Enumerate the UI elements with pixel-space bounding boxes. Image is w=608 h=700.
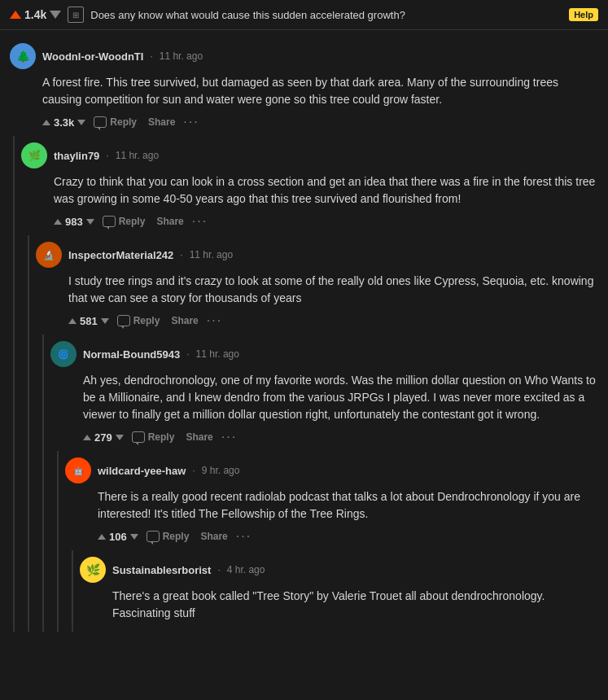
reply-icon [117, 315, 130, 326]
header-bar: 1.4k ⊞ Does any know what would cause th… [0, 0, 608, 30]
time-ago: 11 hr. ago [190, 249, 233, 260]
action-vote: 983 [54, 216, 94, 228]
downvote-small[interactable] [130, 534, 138, 540]
comment-body: Crazy to think that you can look in a cr… [54, 173, 598, 208]
comment-4: 🌀 Normal-Bound5943 · 11 hr. ago Ah yes, … [44, 335, 608, 451]
action-score: 106 [109, 531, 127, 543]
downvote-arrow[interactable] [50, 11, 61, 19]
share-button[interactable]: Share [153, 214, 186, 229]
action-vote: 3.3k [42, 116, 85, 129]
comment-body: A forest fire. This tree survived, but d… [42, 74, 598, 108]
more-options[interactable]: ··· [221, 430, 237, 444]
more-options[interactable]: ··· [192, 214, 208, 229]
share-button[interactable]: Share [145, 115, 178, 129]
avatar: 🌲 [10, 43, 36, 69]
thread-line-1: 🌿 thaylin79 · 11 hr. ago Crazy to think … [13, 136, 608, 632]
reply-icon [147, 531, 160, 542]
share-button[interactable]: Share [182, 430, 216, 444]
action-vote: 279 [83, 431, 124, 444]
vote-count: 1.4k [24, 8, 46, 21]
comment-header: 🌿 thaylin79 · 11 hr. ago [21, 142, 598, 168]
comment-5: 🤖 wildcard-yee-haw · 9 hr. ago There is … [59, 451, 608, 550]
comment-header: 🌿 Sustainablesrborist · 4 hr. ago [80, 557, 598, 583]
action-vote: 581 [68, 315, 109, 327]
comment-1: 🌲 WoodnI-or-WoodnTI · 11 hr. ago A fores… [0, 37, 608, 136]
reply-icon [132, 431, 145, 443]
comment-actions: 3.3k Reply Share ··· [42, 115, 598, 129]
time-ago: 11 hr. ago [116, 150, 159, 161]
action-score: 279 [94, 431, 112, 444]
reply-icon [103, 216, 116, 227]
comments-area: 🌲 WoodnI-or-WoodnTI · 11 hr. ago A fores… [0, 30, 608, 638]
reply-button[interactable]: Reply [129, 430, 178, 444]
avatar: 🔬 [36, 242, 62, 268]
reply-icon [94, 116, 107, 128]
author-name: InspectorMaterial242 [68, 249, 173, 261]
post-title: Does any know what would cause this sudd… [90, 9, 562, 21]
action-score: 3.3k [54, 116, 74, 129]
comment-body: There is a really good recent radiolab p… [98, 488, 598, 523]
comment-body: Ah yes, dendrochronology, one of my favo… [83, 372, 598, 423]
comment-actions: 581 Reply Share ··· [68, 313, 598, 328]
avatar: 🤖 [65, 457, 91, 483]
avatar: 🌿 [21, 142, 47, 168]
comment-body: There's a great book called "Tree Story"… [112, 588, 598, 622]
upvote-small[interactable] [54, 219, 62, 225]
time-ago: 4 hr. ago [227, 564, 265, 575]
comment-6: 🌿 Sustainablesrborist · 4 hr. ago There'… [73, 550, 608, 632]
upvote-small[interactable] [42, 120, 50, 125]
author-name: WoodnI-or-WoodnTI [42, 50, 143, 63]
comment-actions: 106 Reply Share ··· [98, 529, 598, 544]
avatar: 🌿 [80, 557, 106, 583]
comment-actions: 279 Reply Share ··· [83, 430, 598, 444]
comment-actions: 983 Reply Share ··· [54, 214, 598, 229]
author-name: Normal-Bound5943 [83, 348, 180, 361]
downvote-small[interactable] [101, 318, 109, 324]
upvote-small[interactable] [68, 318, 77, 324]
comment-2: 🌿 thaylin79 · 11 hr. ago Crazy to think … [15, 136, 608, 235]
downvote-small[interactable] [86, 219, 94, 225]
upvote-arrow[interactable] [10, 11, 21, 19]
upvote-small[interactable] [83, 435, 91, 440]
action-vote: 106 [98, 531, 138, 543]
time-ago: 11 hr. ago [160, 50, 203, 62]
thread-line-4: 🤖 wildcard-yee-haw · 9 hr. ago There is … [57, 451, 608, 632]
author-name: wildcard-yee-haw [98, 465, 186, 477]
thread-line-3: 🌀 Normal-Bound5943 · 11 hr. ago Ah yes, … [42, 335, 608, 632]
comment-header: 🌀 Normal-Bound5943 · 11 hr. ago [50, 341, 598, 367]
more-options[interactable]: ··· [236, 529, 252, 544]
reply-button[interactable]: Reply [114, 313, 164, 328]
reply-button[interactable]: Reply [90, 115, 140, 129]
comment-header: 🌲 WoodnI-or-WoodnTI · 11 hr. ago [10, 43, 598, 69]
avatar: 🌀 [50, 341, 77, 367]
action-score: 581 [80, 315, 98, 327]
image-icon: ⊞ [68, 7, 84, 23]
post-title-area: ⊞ Does any know what would cause this su… [68, 7, 598, 23]
reply-button[interactable]: Reply [99, 214, 149, 229]
author-name: Sustainablesrborist [112, 564, 211, 576]
action-score: 983 [65, 216, 83, 228]
upvote-small[interactable] [98, 534, 106, 540]
share-button[interactable]: Share [197, 529, 230, 544]
more-options[interactable]: ··· [183, 115, 199, 129]
time-ago: 9 hr. ago [202, 465, 240, 476]
help-badge[interactable]: Help [569, 8, 598, 21]
vote-section: 1.4k [10, 8, 61, 21]
more-options[interactable]: ··· [207, 313, 222, 328]
comment-header: 🤖 wildcard-yee-haw · 9 hr. ago [65, 457, 598, 483]
comment-body: I study tree rings and it's crazy to loo… [68, 273, 598, 307]
thread-line-2: 🔬 InspectorMaterial242 · 11 hr. ago I st… [28, 235, 608, 632]
share-button[interactable]: Share [168, 313, 201, 328]
comment-header: 🔬 InspectorMaterial242 · 11 hr. ago [36, 242, 598, 268]
time-ago: 11 hr. ago [196, 348, 239, 360]
downvote-small[interactable] [77, 120, 85, 125]
author-name: thaylin79 [54, 150, 99, 162]
reply-button[interactable]: Reply [143, 529, 193, 544]
downvote-small[interactable] [116, 435, 124, 440]
thread-line-5: 🌿 Sustainablesrborist · 4 hr. ago There'… [72, 550, 608, 632]
comment-3: 🔬 InspectorMaterial242 · 11 hr. ago I st… [29, 235, 608, 335]
